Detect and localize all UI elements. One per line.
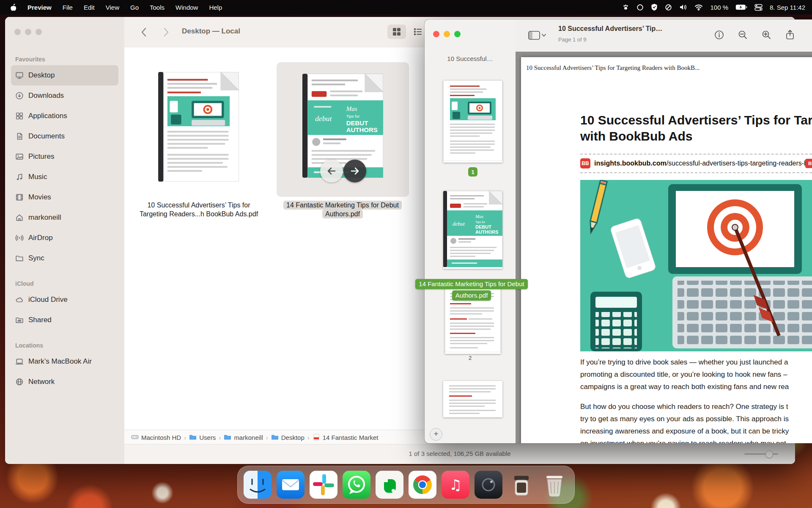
sidebar-item-applications[interactable]: Applications xyxy=(11,106,118,126)
sidebar-item-pictures[interactable]: Pictures xyxy=(11,146,118,167)
page-2-number: 2 xyxy=(425,355,516,361)
add-page-button[interactable]: + xyxy=(430,428,442,441)
apple-icon[interactable] xyxy=(9,3,16,11)
sidebar-item-macbook[interactable]: Mark’s MacBook Air xyxy=(11,351,118,372)
sidebar-item-sync[interactable]: Sync xyxy=(11,248,118,268)
active-app-name[interactable]: Preview xyxy=(27,4,52,11)
sidebar-toggle-button[interactable] xyxy=(528,30,546,42)
next-page-button[interactable] xyxy=(343,160,366,182)
zoom-button[interactable] xyxy=(36,29,42,35)
source-domain: insights.bookbub.com xyxy=(594,160,667,167)
minimize-button[interactable] xyxy=(444,31,450,37)
dock-mail-icon[interactable] xyxy=(277,471,304,499)
menu-tools[interactable]: Tools xyxy=(150,4,165,11)
network-icon xyxy=(15,378,24,386)
share-icon xyxy=(785,30,795,40)
file-label-2[interactable]: 14 Fantastic Marketing Tips for Debut Au… xyxy=(279,201,406,218)
page-1-mini xyxy=(443,80,502,161)
grid-view-button[interactable] xyxy=(387,25,406,39)
airdrop-icon xyxy=(15,234,24,242)
status-bar: 1 of 3 selected, 106,25 GB available xyxy=(124,444,795,464)
file-label-1-line1: 10 Successful Advertisers’ Tips for xyxy=(135,201,262,210)
finder-window-controls[interactable] xyxy=(14,29,42,35)
preview-toolbar: 10 Successful Advertisers’ Tip… Page 1 o… xyxy=(516,19,812,52)
downloads-icon xyxy=(15,91,24,100)
wifi-icon[interactable] xyxy=(694,4,703,11)
menu-edit[interactable]: Edit xyxy=(84,4,95,11)
file-item-2[interactable]: debut Mas Tips for DEBUT AUTHORS xyxy=(302,74,383,179)
body-text-line: promoting a discounted title, or you’re … xyxy=(580,370,787,379)
zoom-in-button[interactable] xyxy=(762,30,771,41)
zoom-out-icon xyxy=(738,30,748,40)
shield-check-icon[interactable] xyxy=(651,3,658,11)
path-item-markoneill[interactable]: markoneill xyxy=(224,433,263,441)
sidebar-item-airdrop[interactable]: AirDrop xyxy=(11,228,118,248)
svg-text:Tips for: Tips for xyxy=(346,114,360,119)
menu-window[interactable]: Window xyxy=(176,4,198,11)
svg-text:♫: ♫ xyxy=(449,476,462,493)
menu-view[interactable]: View xyxy=(106,4,119,11)
sidebar-item-documents[interactable]: Documents xyxy=(11,126,118,146)
preview-window-controls[interactable] xyxy=(433,31,461,37)
battery-icon[interactable] xyxy=(735,4,747,10)
sidebar-item-icloud-drive[interactable]: iCloud Drive xyxy=(11,290,118,310)
zoom-button[interactable] xyxy=(454,31,461,37)
do-not-disturb-icon[interactable] xyxy=(665,4,672,11)
movies-icon xyxy=(15,193,24,202)
close-button[interactable] xyxy=(433,31,439,37)
info-button[interactable] xyxy=(714,30,724,41)
dock-chrome-icon[interactable] xyxy=(409,471,436,499)
grid-view-icon xyxy=(392,28,401,36)
path-item-file[interactable]: 14 Fantastic Market xyxy=(313,433,379,441)
menu-go[interactable]: Go xyxy=(130,4,139,11)
volume-icon[interactable] xyxy=(679,4,687,11)
menu-help[interactable]: Help xyxy=(209,4,222,11)
page-thumbnail-1[interactable] xyxy=(443,80,502,163)
icloud-icon xyxy=(15,295,24,304)
forward-button[interactable] xyxy=(159,25,173,40)
file-label-1[interactable]: 10 Successful Advertisers’ Tips for Targ… xyxy=(135,201,262,218)
icon-size-slider[interactable] xyxy=(744,453,778,455)
dragged-file-thumbnail[interactable]: debut Mas Tips for DEBUT AUTHORS xyxy=(443,191,502,269)
icon-size-slider-knob[interactable] xyxy=(765,450,773,458)
sidebar-item-downloads[interactable]: Downloads xyxy=(11,86,118,106)
ring-icon[interactable] xyxy=(636,4,644,11)
menu-bar-clock[interactable]: 8. Sep 11:42 xyxy=(770,4,805,11)
dock-finder-icon[interactable] xyxy=(244,471,272,499)
sidebar-section-icloud: iCloud xyxy=(11,268,118,290)
menu-file[interactable]: File xyxy=(63,4,73,11)
path-item-users[interactable]: Users xyxy=(189,433,216,441)
close-button[interactable] xyxy=(14,29,21,35)
control-center-icon[interactable] xyxy=(754,4,763,11)
dock-whatsapp-icon[interactable] xyxy=(343,471,370,499)
page-thumbnail-3[interactable] xyxy=(443,381,502,417)
dock-dark-app-icon[interactable] xyxy=(475,471,502,499)
zoom-out-button[interactable] xyxy=(738,30,748,41)
share-button[interactable] xyxy=(785,30,795,42)
sidebar-item-network[interactable]: Network xyxy=(11,372,118,392)
dock-slack-icon[interactable] xyxy=(310,471,337,499)
sidebar-item-shared[interactable]: Shared xyxy=(11,310,118,330)
path-item-desktop[interactable]: Desktop xyxy=(271,433,304,441)
sidebar-item-label: Sync xyxy=(28,254,44,262)
dock-evernote-icon[interactable] xyxy=(376,471,403,499)
sidebar-item-desktop[interactable]: Desktop xyxy=(11,65,118,86)
previous-page-button[interactable] xyxy=(320,160,343,182)
dock-trash-icon[interactable] xyxy=(540,471,568,499)
dock-jar-app-icon[interactable] xyxy=(508,471,535,499)
sidebar-item-home[interactable]: markoneill xyxy=(11,207,118,228)
path-item-macintosh-hd[interactable]: Macintosh HD xyxy=(131,433,181,441)
minimize-button[interactable] xyxy=(25,29,31,35)
cover-mini: debut Mas Tips for DEBUT AUTHORS xyxy=(443,191,502,267)
shared-folder-icon xyxy=(15,316,24,324)
sidebar-item-label: Network xyxy=(28,378,55,386)
sidebar-item-music[interactable]: Music xyxy=(11,167,118,187)
dock-music-icon[interactable]: ♫ xyxy=(442,471,469,499)
sidebar-item-movies[interactable]: Movies xyxy=(11,187,118,207)
file-item-1[interactable] xyxy=(158,72,239,183)
paw-icon[interactable] xyxy=(622,4,629,11)
preview-content-area[interactable]: 10 Successful Advertisers’ Tips for Targ… xyxy=(516,52,812,443)
svg-text:Tips for: Tips for xyxy=(475,221,486,224)
pdf-thumbnail-2: debut Mas Tips for DEBUT AUTHORS xyxy=(302,74,383,178)
back-button[interactable] xyxy=(136,25,151,40)
